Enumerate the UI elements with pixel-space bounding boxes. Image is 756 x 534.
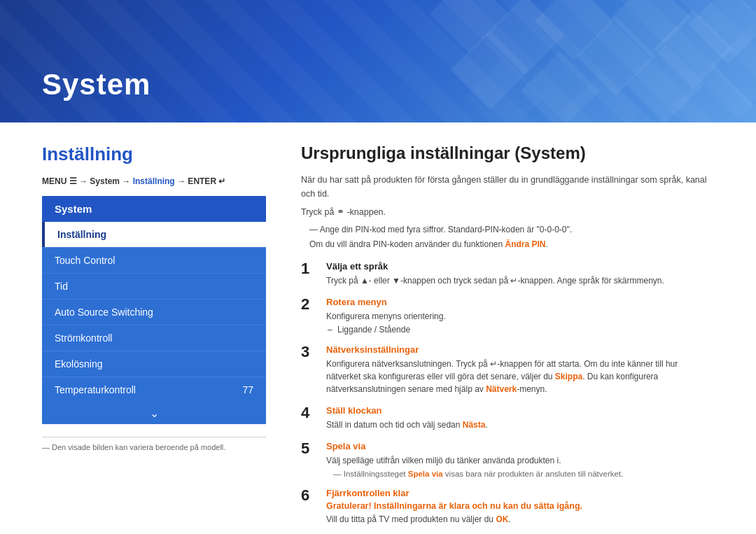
menu-item-auto-source[interactable]: Auto Source Switching bbox=[42, 299, 266, 325]
menu-item-label: Temperaturkontroll bbox=[55, 384, 136, 395]
menu-header: System bbox=[42, 196, 266, 222]
step-4: 4 Ställ klockan Ställ in datum och tid o… bbox=[301, 405, 714, 431]
step-5-heading: Spela via bbox=[326, 441, 714, 451]
menu-item-installning[interactable]: Inställning bbox=[42, 222, 266, 247]
step-2-number: 2 bbox=[301, 297, 316, 312]
step-3-heading: Nätverksinställningar bbox=[326, 344, 714, 355]
right-panel: Ursprungliga inställningar (System) När … bbox=[294, 143, 714, 534]
step-5: 5 Spela via Välj spelläge utifrån vilken… bbox=[301, 441, 714, 478]
step-2-desc: Konfigurera menyns orientering. bbox=[326, 310, 714, 323]
image-note: — Den visade bilden kan variera beroende… bbox=[42, 437, 266, 451]
menu-item-tid[interactable]: Tid bbox=[42, 273, 266, 299]
step-5-desc: Välj spelläge utifrån vilken miljö du tä… bbox=[326, 454, 714, 467]
menu-item-stromkontroll[interactable]: Strömkontroll bbox=[42, 325, 266, 351]
pin-note-1: — Ange din PIN-kod med fyra siffror. Sta… bbox=[309, 223, 714, 237]
pin-note-2: Om du vill ändra PIN-koden använder du f… bbox=[309, 238, 714, 251]
step-3-number: 3 bbox=[301, 344, 316, 360]
step-1-content: Välja ett språk Tryck på ▲- eller ▼-knap… bbox=[326, 261, 714, 287]
menu-item-value: 77 bbox=[242, 384, 253, 395]
menu-item-temperatur[interactable]: Temperaturkontroll 77 bbox=[42, 377, 266, 402]
step-2-sub: – Liggande / Stående bbox=[328, 325, 714, 335]
decorative-diamonds bbox=[406, 0, 756, 122]
step-4-desc: Ställ in datum och tid och välj sedan Nä… bbox=[326, 419, 714, 431]
menu-item-label: Tid bbox=[55, 281, 68, 292]
menu-item-label: Inställning bbox=[57, 229, 106, 240]
step-6-heading: Fjärrkontrollen klar bbox=[326, 488, 714, 498]
step-2-heading: Rotera menyn bbox=[326, 297, 714, 307]
menu-path: MENU ☰ → System → Inställning → ENTER ↵ bbox=[42, 176, 266, 186]
step-3-content: Nätverksinställningar Konfigurera nätver… bbox=[326, 344, 714, 395]
step-4-number: 4 bbox=[301, 405, 316, 421]
left-panel: Inställning MENU ☰ → System → Inställnin… bbox=[42, 143, 266, 534]
content-title: Ursprungliga inställningar (System) bbox=[301, 143, 714, 163]
intro-text-1: När du har satt på produkten för första … bbox=[301, 173, 714, 201]
step-1-number: 1 bbox=[301, 261, 316, 276]
system-menu: System Inställning Touch Control Tid Aut… bbox=[42, 196, 266, 424]
menu-item-label: Touch Control bbox=[55, 255, 115, 266]
step-1-desc: Tryck på ▲- eller ▼-knappen och tryck se… bbox=[326, 274, 714, 287]
step-5-note: — Inställningssteget Spela via visas bar… bbox=[333, 470, 714, 478]
step-5-content: Spela via Välj spelläge utifrån vilken m… bbox=[326, 441, 714, 478]
step-6-desc: Vill du titta på TV med produkten nu väl… bbox=[326, 513, 714, 526]
menu-item-ekolosning[interactable]: Ekolösning bbox=[42, 351, 266, 377]
menu-item-label: Ekolösning bbox=[55, 358, 103, 370]
step-6-content: Fjärrkontrollen klar Gratulerar! Inställ… bbox=[326, 488, 714, 526]
step-2: 2 Rotera menyn Konfigurera menyns orient… bbox=[301, 297, 714, 335]
menu-item-label: Strömkontroll bbox=[55, 332, 112, 344]
step-6: 6 Fjärrkontrollen klar Gratulerar! Instä… bbox=[301, 488, 714, 526]
step-3: 3 Nätverksinställningar Konfigurera nätv… bbox=[301, 344, 714, 395]
step-3-desc: Konfigurera nätverksanslutningen. Tryck … bbox=[326, 358, 714, 395]
steps-list: 1 Välja ett språk Tryck på ▲- eller ▼-kn… bbox=[301, 261, 714, 526]
step-6-number: 6 bbox=[301, 488, 316, 503]
step-1: 1 Välja ett språk Tryck på ▲- eller ▼-kn… bbox=[301, 261, 714, 287]
intro-text-2: Tryck på ⚭ -knappen. bbox=[301, 205, 714, 219]
step-4-heading: Ställ klockan bbox=[326, 405, 714, 416]
andra-pin-link[interactable]: Ändra PIN bbox=[505, 239, 546, 249]
menu-item-label: Auto Source Switching bbox=[55, 307, 153, 318]
step-6-congrats: Gratulerar! Inställningarna är klara och… bbox=[326, 501, 714, 511]
step-2-content: Rotera menyn Konfigurera menyns orienter… bbox=[326, 297, 714, 335]
step-5-number: 5 bbox=[301, 441, 316, 456]
step-1-heading: Välja ett språk bbox=[326, 261, 714, 272]
main-content: Inställning MENU ☰ → System → Inställnin… bbox=[0, 122, 756, 534]
header-banner: System bbox=[0, 0, 756, 122]
menu-scroll-down[interactable]: ⌄ bbox=[42, 402, 266, 424]
menu-item-touch-control[interactable]: Touch Control bbox=[42, 247, 266, 273]
page-title: System bbox=[42, 68, 150, 101]
menu-path-text: MENU ☰ → System → Inställning → ENTER ↵ bbox=[42, 176, 225, 186]
section-title: Inställning bbox=[42, 143, 266, 165]
step-4-content: Ställ klockan Ställ in datum och tid och… bbox=[326, 405, 714, 431]
